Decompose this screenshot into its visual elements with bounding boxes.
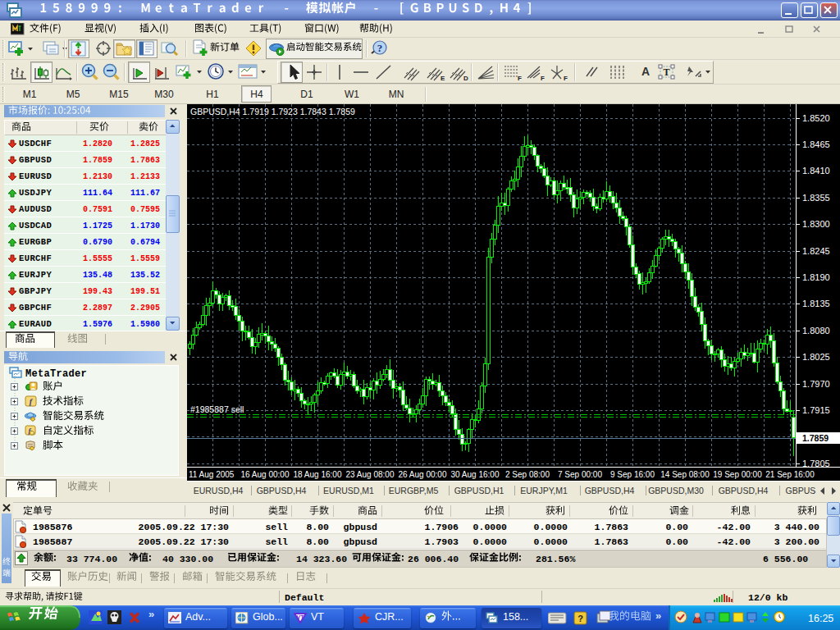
- svg-text:F: F: [518, 75, 522, 81]
- svg-text:1.7805: 1.7805: [802, 459, 830, 468]
- svg-text:1.8355: 1.8355: [802, 193, 830, 203]
- svg-text:11 Aug 2005: 11 Aug 2005: [189, 470, 235, 479]
- svg-text:9 Sep 16:00: 9 Sep 16:00: [610, 470, 655, 479]
- svg-text:18 Aug 16:00: 18 Aug 16:00: [294, 470, 342, 479]
- svg-text:1.8025: 1.8025: [802, 352, 830, 362]
- svg-text:1.7970: 1.7970: [802, 379, 830, 389]
- svg-text:1.8080: 1.8080: [802, 326, 830, 336]
- svg-text:1.8465: 1.8465: [802, 139, 830, 149]
- svg-text:21 Sep 16:00: 21 Sep 16:00: [765, 470, 815, 479]
- svg-text:16 Aug 00:00: 16 Aug 00:00: [241, 470, 290, 479]
- svg-text:VT: VT: [297, 614, 305, 620]
- svg-text:14 Sep 08:00: 14 Sep 08:00: [660, 470, 710, 479]
- svg-text:7 Sep 00:00: 7 Sep 00:00: [558, 470, 602, 479]
- svg-text:E: E: [441, 75, 445, 81]
- svg-text:23 Aug 08:00: 23 Aug 08:00: [346, 470, 395, 479]
- svg-text:D: D: [463, 75, 468, 81]
- svg-text:1.7859: 1.7859: [802, 433, 829, 443]
- svg-text:26 Aug 00:00: 26 Aug 00:00: [399, 470, 447, 479]
- svg-text:1.8190: 1.8190: [802, 272, 830, 282]
- svg-text:1.8520: 1.8520: [802, 113, 830, 123]
- svg-text:19 Sep 00:00: 19 Sep 00:00: [713, 470, 762, 479]
- svg-text:2 Sep 08:00: 2 Sep 08:00: [505, 470, 550, 479]
- svg-text:1.8135: 1.8135: [802, 299, 830, 308]
- svg-text:1.8410: 1.8410: [802, 166, 830, 176]
- svg-text:1.7915: 1.7915: [802, 405, 830, 415]
- svg-text:?: ?: [578, 614, 583, 623]
- svg-text:?: ?: [377, 42, 383, 54]
- svg-text:30 Aug 16:00: 30 Aug 16:00: [451, 470, 500, 479]
- svg-text:1.8300: 1.8300: [802, 219, 830, 229]
- svg-text:GBPUSD,H4 1.7919 1.7923 1.784: GBPUSD,H4 1.7919 1.7923 1.7843 1.7859: [190, 107, 355, 116]
- svg-text:1.8245: 1.8245: [802, 246, 830, 256]
- svg-text:F: F: [541, 75, 545, 81]
- svg-text:T: T: [663, 66, 669, 78]
- svg-text:F: F: [564, 75, 568, 81]
- svg-text:#1985887 sell: #1985887 sell: [190, 404, 244, 414]
